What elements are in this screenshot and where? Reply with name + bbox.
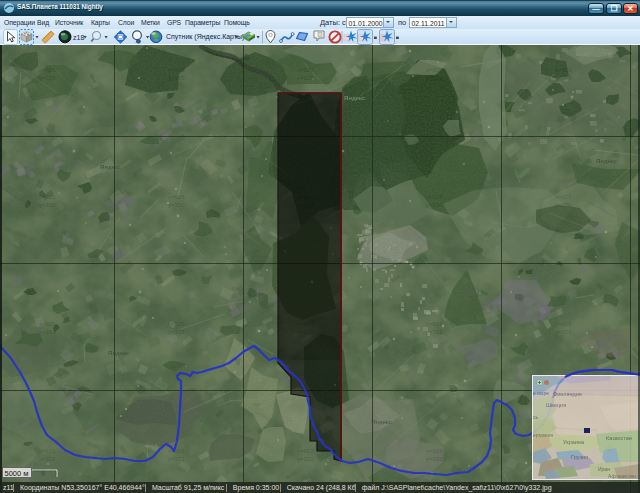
svg-text:y=330: y=330 <box>39 202 56 208</box>
svg-text:y=332: y=332 <box>168 456 185 462</box>
svg-text:x=626: x=626 <box>168 321 185 327</box>
svg-text:x=627: x=627 <box>297 67 314 73</box>
svg-text:x=629: x=629 <box>555 67 572 73</box>
svg-text:е море: е море <box>533 390 549 396</box>
svg-text:x=628: x=628 <box>426 321 443 327</box>
svg-text:Украина: Украина <box>563 439 585 445</box>
svg-text:x=629: x=629 <box>555 321 572 327</box>
svg-text:Грузия: Грузия <box>571 454 588 460</box>
svg-text:ермания: ермания <box>533 432 553 438</box>
svg-text:y=332: y=332 <box>297 456 314 462</box>
svg-text:y=330: y=330 <box>168 202 185 208</box>
svg-text:x=625: x=625 <box>39 194 56 200</box>
svg-text:y=331: y=331 <box>426 329 443 335</box>
svg-text:y=332: y=332 <box>426 456 443 462</box>
svg-text:z18: z18 <box>73 34 84 41</box>
svg-text:y=332: y=332 <box>39 456 56 462</box>
svg-text:5000 м: 5000 м <box>5 469 29 478</box>
svg-text:x=625: x=625 <box>39 321 56 327</box>
svg-text:Яндекс: Яндекс <box>232 285 253 292</box>
svg-text:Яндекс: Яндекс <box>100 163 121 170</box>
svg-text:Спутник (Яндекс.Карты): Спутник (Яндекс.Карты) <box>166 33 244 41</box>
svg-text:x=628: x=628 <box>426 194 443 200</box>
svg-text:x=625: x=625 <box>39 448 56 454</box>
svg-text:Яндекс: Яндекс <box>596 157 617 164</box>
svg-text:Казахстан: Казахстан <box>606 435 632 441</box>
svg-text:x=628: x=628 <box>426 67 443 73</box>
svg-text:y=331: y=331 <box>168 329 185 335</box>
svg-text:y=331: y=331 <box>555 329 572 335</box>
svg-text:y=329: y=329 <box>426 75 443 81</box>
svg-text:x=626: x=626 <box>168 448 185 454</box>
svg-text:y=329: y=329 <box>39 75 56 81</box>
svg-text:Афганистан: Афганистан <box>608 473 636 479</box>
svg-text:y=329: y=329 <box>555 75 572 81</box>
svg-text:Яндекс: Яндекс <box>371 418 392 425</box>
svg-text:x=628: x=628 <box>426 448 443 454</box>
svg-text:x=625: x=625 <box>39 67 56 73</box>
svg-text:Финляндия: Финляндия <box>553 391 582 397</box>
svg-text:x=629: x=629 <box>555 194 572 200</box>
svg-text:x=626: x=626 <box>168 67 185 73</box>
svg-text:y=329: y=329 <box>297 75 314 81</box>
svg-text:Яндекс: Яндекс <box>344 94 365 101</box>
svg-text:y=329: y=329 <box>168 75 185 81</box>
svg-text:сь: сь <box>533 414 539 420</box>
svg-text:x=627: x=627 <box>297 448 314 454</box>
svg-text:y=331: y=331 <box>39 329 56 335</box>
svg-text:y=330: y=330 <box>555 202 572 208</box>
svg-text:Яндекс: Яндекс <box>108 349 129 356</box>
svg-text:x=626: x=626 <box>168 194 185 200</box>
svg-text:Швеция: Швеция <box>546 402 566 408</box>
svg-text:Иран: Иран <box>598 466 610 472</box>
svg-text:y=330: y=330 <box>426 202 443 208</box>
